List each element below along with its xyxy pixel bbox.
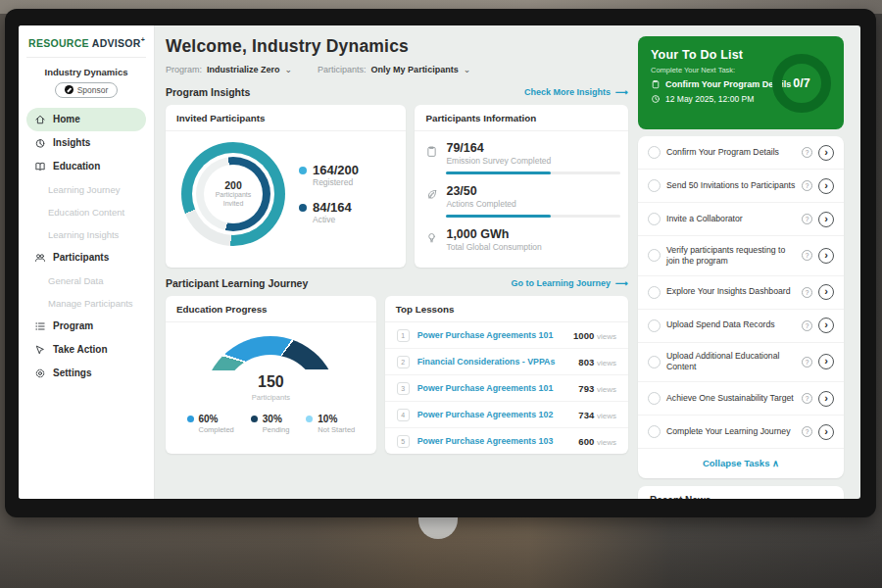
chevron-down-icon: ⌄ <box>464 65 471 74</box>
stat-value: 79/164 <box>446 141 620 155</box>
task-checkbox[interactable] <box>648 356 661 368</box>
recent-news-card: Recent News <box>638 486 844 499</box>
task-chevron-button[interactable]: › <box>818 284 834 300</box>
help-icon[interactable]: ? <box>802 426 812 437</box>
sidebar-item-label: Education Content <box>48 207 124 218</box>
task-chevron-button[interactable]: › <box>818 178 834 194</box>
sidebar-item-label: Settings <box>53 368 91 378</box>
sidebar-item-take-action[interactable]: Take Action <box>26 338 146 362</box>
help-icon[interactable]: ? <box>802 393 812 404</box>
insights-icon <box>34 137 46 149</box>
task-checkbox[interactable] <box>648 213 661 225</box>
sidebar-item-label: Take Action <box>53 344 108 355</box>
views-suffix: views <box>597 332 616 341</box>
actions-completed-stat: 23/50 Actions Completed <box>425 184 615 218</box>
check-more-insights-link[interactable]: Check More Insights ⟶ <box>524 87 628 97</box>
sidebar-item-education[interactable]: Education <box>26 155 146 178</box>
home-icon <box>34 114 46 125</box>
legend-registered: 164/200 Registered <box>299 164 359 187</box>
program-filter[interactable]: Program: Industrialize Zero ⌄ <box>166 65 292 74</box>
sidebar-item-program[interactable]: Program <box>26 315 146 338</box>
go-to-learning-journey-link[interactable]: Go to Learning Journey ⟶ <box>512 278 628 288</box>
task-row: Verify participants requesting to join t… <box>638 236 844 276</box>
participants-filter[interactable]: Participants: Only My Participants ⌄ <box>318 65 470 74</box>
help-icon[interactable]: ? <box>802 287 812 298</box>
views-suffix: views <box>597 438 616 447</box>
donut-legend: 164/200 Registered 84/164 Active <box>299 164 359 225</box>
monitor-bezel: RESOURCE ADVISOR+ Industry Dynamics Spon… <box>5 9 876 517</box>
task-chevron-button[interactable]: › <box>818 354 834 369</box>
sidebar-item-learning-insights[interactable]: Learning Insights <box>26 223 146 246</box>
emission-progress-bar <box>446 172 620 174</box>
lesson-link[interactable]: Power Purchase Agreements 102 <box>417 410 571 419</box>
help-icon[interactable]: ? <box>802 180 812 191</box>
legend-pending: 30% Pending <box>251 414 290 434</box>
sidebar-item-settings[interactable]: Settings <box>26 362 146 385</box>
legend-active: 84/164 Active <box>299 201 359 224</box>
task-chevron-button[interactable]: › <box>818 391 834 407</box>
help-icon[interactable]: ? <box>802 250 812 261</box>
sidebar-item-learning-journey[interactable]: Learning Journey <box>26 178 146 201</box>
chevron-up-icon: ∧ <box>772 458 779 468</box>
learning-journey-header: Participant Learning Journey Go to Learn… <box>166 277 628 289</box>
todo-panel: Your To Do List Complete Your Next Task:… <box>638 25 860 499</box>
sidebar-item-manage-participants[interactable]: Manage Participants <box>26 292 146 315</box>
task-label: Upload Additional Educational Content <box>666 351 796 373</box>
lesson-link[interactable]: Financial Considerations - VPPAs <box>417 357 571 367</box>
legend-value: 30% <box>263 414 282 424</box>
task-label: Invite a Collaborator <box>666 214 796 224</box>
sidebar-item-label: General Data <box>48 275 104 286</box>
task-chevron-button[interactable]: › <box>818 424 834 440</box>
task-checkbox[interactable] <box>648 392 661 405</box>
task-chevron-button[interactable]: › <box>818 318 834 333</box>
sidebar-item-label: Program <box>53 320 93 331</box>
lesson-views: 600 <box>578 436 594 447</box>
sidebar-item-general-data[interactable]: General Data <box>26 270 146 292</box>
sidebar-item-education-content[interactable]: Education Content <box>26 201 146 223</box>
sidebar-item-label: Manage Participants <box>48 298 133 309</box>
task-row: Confirm Your Program Details ? › <box>638 136 844 170</box>
sidebar-item-participants[interactable]: Participants <box>26 246 146 270</box>
legend-dot <box>187 416 194 422</box>
legend-dot <box>251 416 258 422</box>
lesson-rank: 2 <box>397 356 410 368</box>
sponsor-label: Sponsor <box>77 85 109 95</box>
lesson-views: 803 <box>578 357 594 368</box>
legend-dot <box>306 416 313 422</box>
stat-value: 1,000 GWh <box>446 227 541 241</box>
task-checkbox[interactable] <box>648 319 661 332</box>
legend-label: Pending <box>263 425 290 434</box>
task-checkbox[interactable] <box>648 249 661 262</box>
section-title: Program Insights <box>166 86 250 98</box>
help-icon[interactable]: ? <box>802 147 812 158</box>
task-chevron-button[interactable]: › <box>818 248 834 264</box>
top-lessons-card: Top Lessons 1 Power Purchase Agreements … <box>385 296 628 454</box>
logo-plus: + <box>141 36 145 43</box>
help-icon[interactable]: ? <box>802 320 812 331</box>
task-checkbox[interactable] <box>648 146 661 159</box>
org-name: Industry Dynamics <box>26 67 146 77</box>
sidebar-item-home[interactable]: Home <box>26 108 146 131</box>
task-checkbox[interactable] <box>648 425 661 438</box>
task-chevron-button[interactable]: › <box>818 145 834 161</box>
arrow-right-icon: ⟶ <box>615 278 628 288</box>
sidebar-item-insights[interactable]: Insights <box>26 131 146 155</box>
participants-filter-label: Participants: <box>318 65 367 74</box>
lesson-rank: 5 <box>397 435 410 448</box>
task-row: Invite a Collaborator ? › <box>638 203 844 236</box>
sponsor-badge: Sponsor <box>55 82 119 98</box>
help-icon[interactable]: ? <box>802 357 812 368</box>
collapse-tasks-link[interactable]: Collapse Tasks ∧ <box>638 449 844 478</box>
lesson-link[interactable]: Power Purchase Agreements 101 <box>417 383 571 393</box>
lesson-link[interactable]: Power Purchase Agreements 101 <box>417 330 565 340</box>
list-icon <box>34 320 46 332</box>
task-checkbox[interactable] <box>648 286 661 299</box>
task-chevron-button[interactable]: › <box>818 212 834 227</box>
task-checkbox[interactable] <box>648 179 661 192</box>
lesson-link[interactable]: Power Purchase Agreements 103 <box>417 436 571 446</box>
recent-news-title: Recent News <box>650 495 832 499</box>
consumption-stat: 1,000 GWh Total Global Consumption <box>425 227 615 258</box>
sidebar: RESOURCE ADVISOR+ Industry Dynamics Spon… <box>19 25 155 499</box>
help-icon[interactable]: ? <box>802 214 812 224</box>
todo-header-card: Your To Do List Complete Your Next Task:… <box>638 36 844 129</box>
